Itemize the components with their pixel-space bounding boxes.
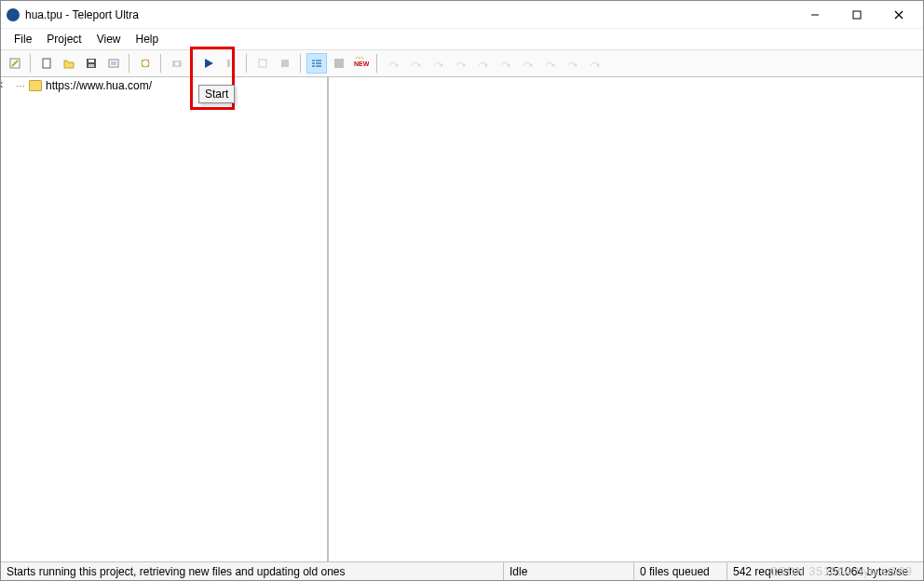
pause-button	[221, 53, 241, 74]
file-list-pane	[329, 77, 923, 561]
titlebar: hua.tpu - Teleport Ultra	[1, 1, 923, 29]
thread-1-icon	[383, 53, 403, 74]
svg-point-42	[441, 64, 443, 67]
separator	[30, 54, 32, 73]
svg-point-49	[597, 64, 600, 67]
svg-rect-30	[316, 65, 321, 67]
tree-item-label: https://www.hua.com/	[46, 79, 152, 92]
svg-rect-1	[853, 11, 861, 19]
svg-point-41	[418, 64, 421, 67]
svg-line-39	[361, 57, 363, 59]
start-button[interactable]	[198, 53, 219, 74]
svg-line-5	[12, 61, 18, 66]
svg-point-48	[575, 64, 578, 67]
status-state: Idle	[504, 562, 634, 580]
thread-3-icon	[428, 53, 448, 74]
tree-pane: ✕ ⋯ https://www.hua.com/	[1, 77, 329, 561]
tree-collapse-icon[interactable]: ⋯	[16, 81, 25, 91]
svg-rect-28	[316, 62, 321, 64]
svg-line-37	[356, 57, 358, 59]
save-icon[interactable]	[81, 53, 102, 74]
close-button[interactable]	[877, 2, 919, 28]
status-message: Starts running this project, retrieving …	[1, 562, 504, 580]
properties-icon[interactable]	[103, 53, 124, 74]
svg-point-46	[530, 64, 533, 67]
menu-view[interactable]: View	[89, 31, 129, 47]
svg-text:NEW: NEW	[354, 61, 369, 67]
separator	[192, 54, 194, 73]
separator	[160, 54, 162, 73]
statusbar: Starts running this project, retrieving …	[1, 561, 923, 580]
menubar: File Project View Help	[1, 29, 923, 49]
menu-help[interactable]: Help	[129, 31, 167, 47]
thread-10-icon	[584, 53, 605, 74]
status-queued: 0 files queued	[634, 562, 727, 580]
new-icon[interactable]	[36, 53, 57, 74]
svg-rect-26	[316, 60, 321, 61]
svg-rect-29	[312, 65, 315, 67]
status-bytes: 351064 bytes/se	[821, 562, 923, 580]
window-controls	[794, 2, 919, 28]
svg-rect-24	[281, 60, 289, 67]
svg-point-47	[552, 64, 555, 67]
svg-rect-9	[88, 64, 94, 67]
app-icon	[7, 8, 20, 21]
minimize-button[interactable]	[794, 2, 836, 28]
menu-project[interactable]: Project	[39, 31, 88, 47]
thread-6-icon	[495, 53, 515, 74]
maximize-button[interactable]	[836, 2, 877, 28]
separator	[376, 54, 378, 73]
svg-rect-25	[312, 60, 315, 61]
svg-point-43	[463, 64, 466, 67]
svg-rect-10	[109, 60, 118, 67]
new-badge-icon[interactable]: NEW	[351, 53, 372, 74]
thread-7-icon	[517, 53, 537, 74]
tree-close-icon[interactable]: ✕	[1, 79, 4, 91]
svg-point-45	[508, 64, 510, 67]
tree-root-item[interactable]: ⋯ https://www.hua.com/	[1, 77, 327, 94]
svg-rect-21	[227, 60, 230, 67]
separator	[129, 54, 130, 73]
open-icon[interactable]	[59, 53, 79, 74]
menu-file[interactable]: File	[7, 31, 39, 47]
thread-8-icon	[539, 53, 560, 74]
svg-rect-22	[232, 60, 235, 67]
camera-icon	[167, 53, 187, 74]
app-window: hua.tpu - Teleport Ultra File Project Vi…	[0, 0, 924, 581]
status-requested: 542 requested	[727, 562, 821, 580]
list-view-icon[interactable]	[306, 53, 327, 74]
details-view-icon[interactable]	[329, 53, 349, 74]
thread-2-icon	[405, 53, 426, 74]
svg-rect-8	[88, 60, 94, 62]
start-tooltip: Start	[198, 85, 235, 103]
edit-icon[interactable]	[5, 53, 25, 74]
separator	[300, 54, 302, 73]
svg-point-40	[396, 64, 399, 67]
content-area: ✕ ⋯ https://www.hua.com/	[1, 77, 923, 561]
folder-icon	[29, 80, 42, 91]
new-address-icon[interactable]	[135, 53, 156, 74]
svg-marker-20	[205, 59, 213, 68]
window-title: hua.tpu - Teleport Ultra	[25, 8, 794, 21]
stop-icon	[275, 53, 295, 74]
toolbar: NEW	[1, 49, 923, 77]
svg-rect-23	[259, 60, 266, 67]
separator	[246, 54, 248, 73]
svg-rect-27	[312, 62, 315, 64]
thread-9-icon	[562, 53, 582, 74]
svg-point-19	[175, 62, 179, 66]
thread-5-icon	[472, 53, 493, 74]
stop-outline-icon	[252, 53, 273, 74]
thread-4-icon	[450, 53, 470, 74]
svg-point-44	[485, 64, 488, 67]
svg-rect-6	[43, 59, 50, 68]
